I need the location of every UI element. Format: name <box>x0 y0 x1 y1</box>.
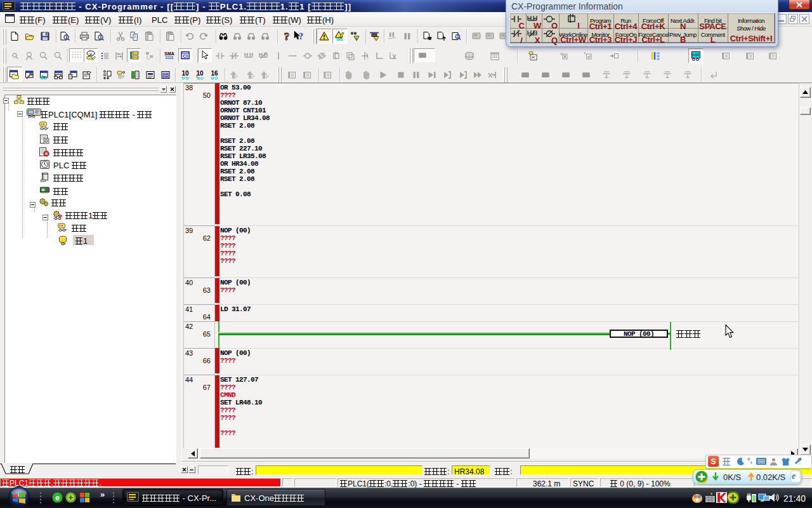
svg-text:e: e <box>55 493 60 502</box>
